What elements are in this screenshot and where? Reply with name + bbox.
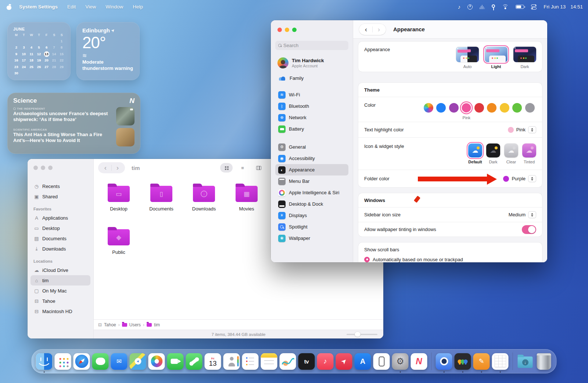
apple-account-row[interactable]: Tim Hardwick Apple Account <box>276 56 348 70</box>
forward-button[interactable]: › <box>112 163 123 173</box>
sidebar-item-macintosh-hd[interactable]: ⊟Macintosh HD <box>31 306 90 316</box>
dock-appstore[interactable]: A <box>355 353 371 370</box>
icon-style-dark[interactable]: ☁Dark <box>486 143 500 164</box>
minimize-button[interactable] <box>285 28 289 32</box>
icon-style-default[interactable]: ☁Default <box>468 143 482 164</box>
audio-wave-icon[interactable] <box>480 4 485 9</box>
theme-color-orange[interactable] <box>485 103 498 113</box>
app-menu-title[interactable]: System Settings <box>19 4 58 10</box>
icon-style-clear[interactable]: ☁Clear <box>504 143 518 164</box>
sidebar-item-tim[interactable]: ⌂tim <box>31 275 90 286</box>
theme-color-red[interactable] <box>473 103 486 113</box>
sidebar-item-network[interactable]: ⊕Network <box>275 112 348 123</box>
minimize-button[interactable] <box>41 166 45 170</box>
sidebar-item-accessibility[interactable]: ◉Accessibility <box>275 153 348 164</box>
sidebar-icon-size-stepper[interactable] <box>528 211 536 218</box>
dock-phone[interactable] <box>186 353 202 370</box>
back-button[interactable]: ‹ <box>100 163 111 173</box>
dock-reminders[interactable] <box>242 353 259 370</box>
sidebar-item-apple-intelligence-siri[interactable]: Apple Intelligence & Siri <box>275 187 348 198</box>
battery-icon[interactable] <box>516 5 524 9</box>
music-note-icon[interactable]: ♪ <box>458 4 461 10</box>
folder-desktop[interactable]: ▭Desktop <box>97 180 140 223</box>
weather-widget[interactable]: Edinburgh➤ 20° ≋ Moderate thunderstorm w… <box>76 22 140 80</box>
dock-grid-doc[interactable] <box>492 353 509 370</box>
zoom-button[interactable] <box>48 166 53 170</box>
sidebar-item-displays[interactable]: ☀Displays <box>275 210 348 221</box>
timer-icon[interactable] <box>467 4 473 10</box>
sidebar-item-tahoe[interactable]: ⊟Tahoe <box>31 296 90 306</box>
settings-search[interactable] <box>275 41 348 50</box>
sidebar-item-desktop-dock[interactable]: Desktop & Dock <box>275 198 348 210</box>
wifi-icon[interactable] <box>502 4 509 9</box>
path-segment[interactable]: tim <box>154 322 160 327</box>
sidebar-item-menu-bar[interactable]: Menu Bar <box>275 175 348 187</box>
sidebar-item-icloud-drive[interactable]: ☁iCloud Drive <box>31 265 90 275</box>
sidebar-item-documents[interactable]: ▤Documents <box>31 233 90 244</box>
dock-facetime[interactable] <box>167 353 184 370</box>
folder-movies[interactable]: ▦Movies <box>225 180 268 223</box>
text-highlight-stepper[interactable] <box>528 126 536 133</box>
news-story[interactable]: SCIENTIFIC AMERICAN This Ant Has a Sting… <box>13 128 135 146</box>
dock-launchpad[interactable] <box>55 353 71 370</box>
sidebar-item-wallpaper[interactable]: ❀Wallpaper <box>275 233 348 244</box>
close-button[interactable] <box>33 166 38 170</box>
theme-color-purple[interactable] <box>448 103 460 113</box>
dock-maps[interactable]: ➤ <box>130 353 146 370</box>
menu-bar-date[interactable]: Fri Jun 13 <box>544 4 566 10</box>
search-input[interactable] <box>283 43 345 48</box>
close-button[interactable] <box>277 28 282 32</box>
dock-notes[interactable] <box>261 353 277 370</box>
theme-color-blue[interactable] <box>435 103 448 113</box>
dock-calendar[interactable]: Fri13 <box>205 353 221 370</box>
wallpaper-tinting-toggle[interactable] <box>522 225 536 234</box>
menu-window[interactable]: Window <box>105 4 123 10</box>
dock-contacts[interactable] <box>223 353 240 370</box>
dock-speaker[interactable] <box>436 353 452 370</box>
zoom-button[interactable] <box>292 28 297 32</box>
folder-downloads[interactable]: ↓Downloads <box>183 180 225 223</box>
view-list-button[interactable]: ≡ <box>236 163 249 173</box>
theme-color-multicolor[interactable] <box>422 103 435 113</box>
slider-knob[interactable] <box>355 332 361 337</box>
sidebar-item-appearance[interactable]: ◐Appearance <box>275 164 348 175</box>
dock-settings[interactable]: ⚙ <box>392 353 409 370</box>
view-grid-button[interactable] <box>220 163 233 173</box>
sidebar-item-spotlight[interactable]: Spotlight <box>275 221 348 233</box>
dock-iphone-mirroring[interactable] <box>373 353 390 370</box>
sidebar-item-bluetooth[interactable]: ᛒBluetooth <box>275 100 348 112</box>
dock-pages[interactable]: ✎ <box>473 353 490 370</box>
appearance-mode-light[interactable]: Light <box>485 47 508 69</box>
apple-menu-icon[interactable] <box>7 4 12 10</box>
back-button[interactable]: ‹ <box>360 24 372 35</box>
path-segment[interactable]: Tahoe <box>104 322 116 327</box>
sidebar-item-wi-fi[interactable]: ≋Wi-Fi <box>275 89 348 100</box>
dock-finder[interactable] <box>36 353 53 370</box>
view-columns-button[interactable] <box>252 163 265 173</box>
dock-freeform[interactable] <box>280 353 296 370</box>
dock-messages[interactable] <box>92 353 109 370</box>
sidebar-item-desktop[interactable]: ▭Desktop <box>31 223 90 233</box>
icon-size-slider[interactable] <box>347 334 377 335</box>
icon-style-tinted[interactable]: ☁Tinted <box>522 143 536 164</box>
theme-color-green[interactable] <box>511 103 524 113</box>
dock-tv[interactable]: tv <box>298 353 315 370</box>
scroll-bars-radio-auto[interactable] <box>364 257 370 262</box>
appearance-mode-auto[interactable]: Auto <box>456 47 479 69</box>
dock-music[interactable]: ♪ <box>317 353 334 370</box>
dock-news[interactable]: N <box>411 353 427 370</box>
dock-safari[interactable] <box>74 353 90 370</box>
news-widget[interactable]: Science N THE INDEPENDENT Archaeologists… <box>7 93 140 154</box>
sidebar-item-shared[interactable]: ▣Shared <box>31 191 90 202</box>
folder-public[interactable]: ◆Public <box>97 223 140 266</box>
sidebar-item-downloads[interactable]: ⤓Downloads <box>31 244 90 254</box>
menu-view[interactable]: View <box>85 4 96 10</box>
news-story[interactable]: THE INDEPENDENT Archaeologists uncover F… <box>13 107 135 125</box>
menu-edit[interactable]: Edit <box>67 4 76 10</box>
sidebar-item-family[interactable]: Family <box>276 74 348 82</box>
dock-downloads[interactable]: ↓ <box>517 353 534 370</box>
dock-rocket[interactable]: ➤ <box>336 353 352 370</box>
calendar-widget[interactable]: JUNE MTWTFSS1234567891011121314151617181… <box>7 22 71 80</box>
sidebar-item-general[interactable]: ⚙General <box>275 141 348 153</box>
menu-bar-time[interactable]: 14:51 <box>570 4 583 10</box>
